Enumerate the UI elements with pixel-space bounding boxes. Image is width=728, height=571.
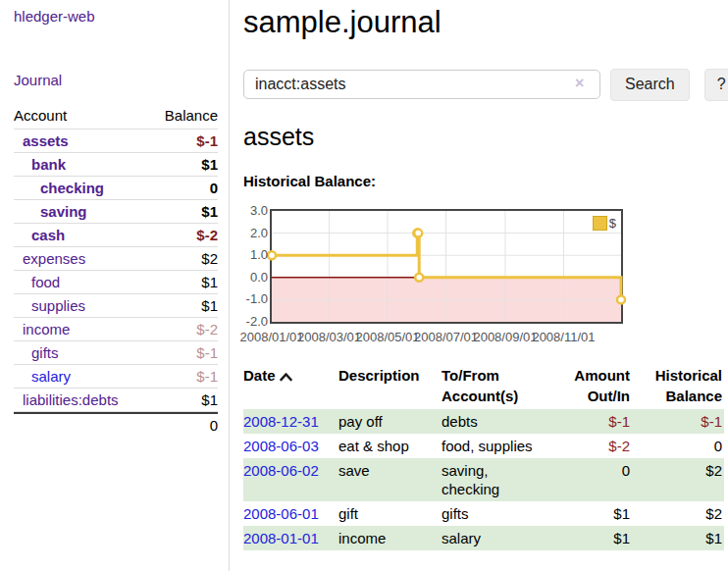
register-date-link[interactable]: 2008-01-01: [243, 530, 319, 546]
account-link[interactable]: assets: [23, 132, 69, 149]
y-axis-tick-label: 3.0: [231, 203, 268, 219]
account-link[interactable]: supplies: [31, 297, 85, 314]
account-row: liabilities:debts$1: [14, 389, 218, 412]
account-balance: $1: [149, 389, 218, 412]
register-body: 2008-12-31pay offdebts$-1$-12008-06-03ea…: [243, 409, 724, 550]
register-amount: $1: [549, 526, 638, 550]
y-axis-tick-label: -2.0: [231, 314, 268, 330]
chart-canvas: [272, 211, 621, 322]
account-row: expenses$2: [14, 247, 218, 271]
register-date-link[interactable]: 2008-06-03: [243, 438, 319, 454]
account-balance: $1: [149, 271, 218, 294]
x-axis-tick-label: 2008/11/01: [532, 330, 595, 344]
search-bar: × Search ?: [243, 69, 728, 100]
account-balance: $1: [149, 294, 218, 318]
accounts-header-row: Account Balance: [14, 104, 218, 130]
account-link[interactable]: income: [23, 321, 70, 337]
legend-swatch-icon: [593, 216, 607, 231]
accounts-header-account: Account: [14, 104, 149, 130]
account-row: salary$-1: [14, 365, 218, 389]
register-header-date[interactable]: Date: [243, 363, 338, 409]
account-balance: $2: [149, 247, 218, 271]
account-row: food$1: [14, 271, 218, 294]
account-row: gifts$-1: [14, 341, 218, 365]
register-balance: $1: [638, 526, 724, 550]
account-link[interactable]: cash: [31, 227, 65, 243]
account-link[interactable]: expenses: [23, 250, 85, 267]
account-row: supplies$1: [14, 294, 218, 318]
sidebar-accounts-body: assets$-1bank$1checking0saving$1cash$-2e…: [14, 130, 218, 412]
account-balance: $1: [149, 200, 218, 224]
account-row: cash$-2: [14, 224, 218, 247]
account-balance: $-2: [149, 318, 218, 341]
register-header-accounts: To/From Account(s): [442, 363, 549, 409]
register-balance: $2: [638, 501, 724, 526]
register-accounts: salary: [442, 526, 549, 550]
sidebar-item-journal[interactable]: Journal: [14, 72, 229, 88]
register-balance: $2: [638, 458, 724, 501]
y-axis-tick-label: 1.0: [231, 247, 268, 263]
register-row: 2008-06-01giftgifts$1$2: [243, 501, 724, 526]
chart-title: Historical Balance:: [243, 173, 728, 189]
register-accounts: debts: [442, 409, 549, 434]
historical-balance-chart: $ 3.02.01.00.0-1.0-2.02008/01/012008/03/…: [270, 209, 623, 324]
register-header-row: Date Description To/From Account(s) Amou…: [243, 363, 724, 409]
register-row: 2008-12-31pay offdebts$-1$-1: [243, 409, 724, 434]
register-date-link[interactable]: 2008-06-02: [243, 462, 319, 479]
y-axis-tick-label: -1.0: [231, 291, 268, 307]
register-description: eat & shop: [338, 434, 442, 458]
y-axis-tick-label: 2.0: [231, 226, 268, 241]
search-input[interactable]: [243, 70, 600, 99]
account-heading: assets: [243, 123, 728, 151]
register-amount: $-1: [549, 409, 638, 434]
account-balance: $-2: [149, 224, 218, 247]
clear-search-icon[interactable]: ×: [575, 75, 584, 92]
account-balance: $1: [149, 153, 218, 177]
app-brand-link[interactable]: hledger-web: [14, 8, 229, 25]
account-link[interactable]: food: [31, 274, 60, 290]
register-row: 2008-01-01incomesalary$1$1: [243, 526, 724, 550]
account-balance: 0: [149, 177, 218, 200]
main-content: sample.journal × Search ? assets Histori…: [230, 0, 728, 571]
account-balance: $-1: [149, 365, 218, 389]
register-accounts: food, supplies: [442, 434, 549, 458]
sort-ascending-icon: [280, 372, 292, 382]
help-button[interactable]: ?: [704, 69, 728, 101]
account-balance: $-1: [149, 130, 218, 153]
account-balance: $-1: [149, 341, 218, 365]
register-date-link[interactable]: 2008-12-31: [243, 413, 319, 430]
search-button[interactable]: Search: [610, 69, 690, 101]
register-balance: $-1: [638, 409, 724, 434]
account-link[interactable]: bank: [31, 156, 66, 173]
register-description: gift: [338, 501, 442, 526]
account-row: checking0: [14, 177, 218, 200]
register-amount: $1: [549, 501, 638, 526]
account-link[interactable]: saving: [40, 203, 87, 220]
sidebar: hledger-web Journal Account Balance asse…: [0, 0, 230, 571]
register-amount: $-2: [549, 434, 638, 458]
account-link[interactable]: checking: [40, 180, 104, 196]
accounts-total-balance: 0: [149, 412, 218, 437]
register-description: save: [338, 458, 442, 501]
register-amount: 0: [549, 458, 638, 501]
register-row: 2008-06-03eat & shopfood, supplies$-20: [243, 434, 724, 458]
account-row: assets$-1: [14, 130, 218, 153]
register-accounts: gifts: [442, 501, 549, 526]
x-axis-tick-label: 2008/07/01: [414, 330, 478, 344]
accounts-header-balance: Balance: [149, 104, 218, 130]
account-row: bank$1: [14, 153, 218, 177]
register-description: pay off: [338, 409, 442, 434]
y-axis-tick-label: 0.0: [231, 270, 268, 286]
register-accounts: saving, checking: [442, 458, 549, 501]
account-link[interactable]: gifts: [31, 344, 59, 361]
x-axis-tick-label: 2008/03/01: [297, 330, 361, 344]
account-link[interactable]: liabilities:debts: [23, 391, 119, 408]
register-description: income: [338, 526, 442, 550]
chart-legend: $: [592, 216, 617, 231]
x-axis-tick-label: 2008/01/01: [239, 330, 303, 344]
account-link[interactable]: salary: [31, 368, 71, 385]
register-date-link[interactable]: 2008-06-01: [243, 505, 319, 522]
account-row: saving$1: [14, 200, 218, 224]
register-row: 2008-06-02savesaving, checking0$2: [243, 458, 724, 501]
accounts-table: Account Balance assets$-1bank$1checking0…: [14, 104, 218, 437]
